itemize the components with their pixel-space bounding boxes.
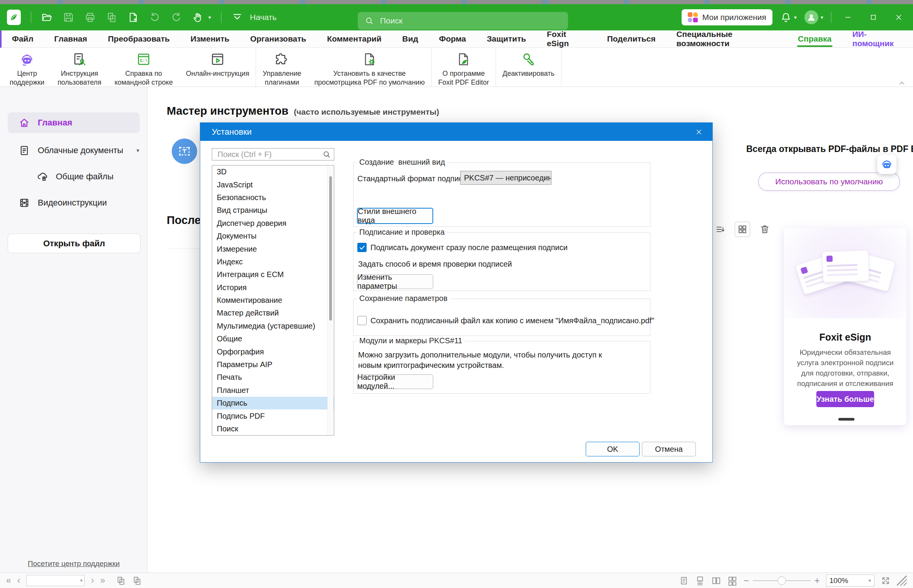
ribbon-item[interactable]: Управление плагинами [256,48,308,87]
menu-item[interactable]: Специальные возможности [666,30,787,47]
preferences-category[interactable]: Диспетчер доверия [212,217,334,230]
preferences-category[interactable]: Документы [212,230,334,242]
notifications-caret[interactable] [794,14,797,20]
menu-item[interactable]: Изменить [180,30,240,47]
menu-item[interactable]: Поделиться [596,30,666,47]
menu-item[interactable]: Форма [429,30,476,47]
zoom-slider-track[interactable] [753,580,811,581]
menu-item[interactable]: Справка [787,30,842,47]
dialog-titlebar[interactable]: Установки [200,123,712,141]
preferences-category[interactable]: Безопасность [212,191,334,204]
preferences-category[interactable]: 3D [212,165,334,178]
zoom-in-button[interactable]: + [814,576,820,585]
dialog-close-icon[interactable] [693,126,705,138]
signature-format-dropdown[interactable]: PKCS#7 — неприсоедине [460,171,551,185]
preferences-category[interactable]: Планшет [212,384,334,397]
preferences-category[interactable]: Интеграция с ECM [212,268,334,281]
my-apps-button[interactable]: Мои приложения [682,9,772,25]
module-settings-button[interactable]: Настройки модулей... [357,374,433,389]
preferences-category[interactable]: Печать [212,371,334,384]
single-page-view-icon[interactable] [679,576,689,586]
appearance-styles-button[interactable]: Стили внешнего вида [357,208,433,224]
search-input[interactable] [379,16,535,26]
last-page-button[interactable] [100,576,105,585]
preferences-category[interactable]: Подпись PDF [212,409,334,422]
fullscreen-icon[interactable] [881,576,891,586]
menu-item[interactable]: Главная [44,30,97,47]
ribbon-item[interactable]: Онлайн-инструкция [179,48,256,87]
hand-tool-caret[interactable] [208,14,211,20]
sidebar-item-shared-files[interactable]: Общие файлы [8,166,140,187]
list-scrollbar[interactable] [327,166,333,435]
save-copy-checkbox[interactable] [357,316,367,325]
maximize-button[interactable] [864,8,882,26]
open-file-icon[interactable] [41,12,53,23]
create-document-icon[interactable] [127,12,139,23]
account-caret[interactable] [821,14,823,20]
carousel-indicator[interactable] [838,418,854,421]
zoom-level-combobox[interactable]: 100% [826,575,874,586]
start-label[interactable]: Начать [250,13,276,22]
preferences-category[interactable]: Измерение [212,242,334,255]
preferences-category[interactable]: Подпись [212,397,334,409]
ok-button[interactable]: OK [586,442,640,456]
preferences-category[interactable]: JavaScript [212,178,334,191]
menu-item[interactable]: Файл [2,30,44,47]
menu-item[interactable]: Foxit eSign [536,30,596,47]
page-number-combobox[interactable] [26,575,85,586]
edit-text-tool-button[interactable] [172,139,197,164]
continuous-view-icon[interactable] [695,576,705,586]
extract-pages-icon[interactable] [106,12,117,23]
preferences-category[interactable]: Общие [212,332,334,345]
clipboard-pages-icon[interactable] [132,576,142,586]
menu-item[interactable]: Вид [392,30,429,47]
preferences-category[interactable]: Мультимедиа (устаревшие) [212,320,334,332]
facing-continuous-view-icon[interactable] [727,576,737,586]
ribbon-item[interactable]: Деактивировать [496,48,561,87]
close-button[interactable] [890,8,908,26]
next-page-button[interactable] [91,576,94,585]
account-avatar[interactable] [804,10,818,24]
set-default-viewer-button[interactable]: Использовать по умолчанию [758,172,900,191]
sidebar-item-home[interactable]: Главная [8,112,140,133]
minimize-button[interactable] [839,8,857,26]
snapshot-pages-icon[interactable] [116,576,126,586]
preferences-category[interactable]: Комментирование [212,294,334,307]
zoom-slider-knob[interactable] [777,576,786,585]
sidebar-item-video-tutorials[interactable]: Видеоинструкции [8,192,140,213]
resize-grip[interactable] [897,576,907,586]
notifications-bell-icon[interactable] [780,12,792,23]
trash-icon[interactable] [759,224,770,235]
preferences-category[interactable]: Орфография [212,345,334,358]
learn-more-button[interactable]: Узнать больше [816,391,874,407]
ribbon-toggle-icon[interactable] [231,12,243,23]
previous-page-button[interactable] [17,576,20,585]
menu-item[interactable]: ИИ-помощник [842,30,913,47]
preferences-category[interactable]: Параметры AIP [212,358,334,371]
save-icon[interactable] [63,12,74,23]
undo-icon[interactable] [149,12,161,23]
ribbon-item[interactable]: Установить в качестве просмотрщика PDF п… [308,48,432,87]
ribbon-item[interactable]: О программе Foxit PDF Editor [432,48,496,87]
redo-icon[interactable] [171,12,182,23]
list-view-icon[interactable] [715,224,725,235]
ribbon-item[interactable]: Центр поддержки [3,48,51,87]
open-file-button[interactable]: Открыть файл [8,234,141,253]
ribbon-item[interactable]: Справка по командной строке [108,48,179,87]
preferences-search[interactable] [212,148,334,160]
sidebar-item-cloud-documents[interactable]: Облачные документы [8,140,140,161]
global-search[interactable] [358,12,568,30]
zoom-out-button[interactable]: − [744,576,749,585]
sign-immediately-checkbox[interactable] [357,243,367,252]
menu-item[interactable]: Организовать [240,30,317,47]
preferences-category[interactable]: Поиск [212,423,334,435]
preferences-category[interactable]: Индекс [212,256,334,268]
print-icon[interactable] [84,12,96,23]
page-number-input[interactable] [27,576,75,585]
cancel-button[interactable]: Отмена [642,442,696,456]
ribbon-item[interactable]: Инструкция пользователя [51,48,108,87]
menu-item[interactable]: Комментарий [317,30,392,47]
menu-item[interactable]: Преобразовать [97,30,180,47]
hand-tool-icon[interactable] [192,12,204,23]
first-page-button[interactable] [6,576,11,585]
